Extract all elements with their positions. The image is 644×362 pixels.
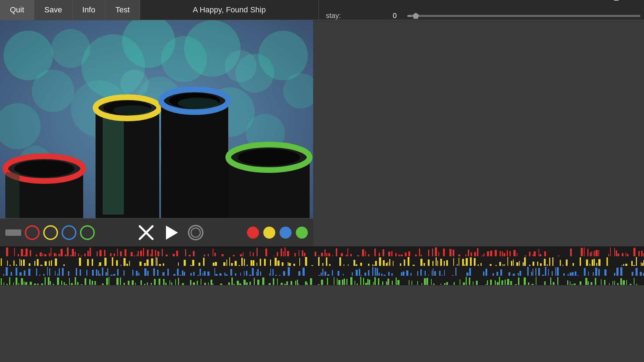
svg-point-45 — [238, 149, 300, 166]
indicator-blue[interactable] — [280, 227, 292, 239]
timeline-canvas-yellow — [0, 256, 644, 266]
test-button[interactable]: Test — [105, 0, 140, 20]
info-button[interactable]: Info — [73, 0, 106, 20]
timeline-canvas-red — [0, 246, 644, 256]
svg-point-40 — [178, 98, 219, 109]
right-empty-panel — [313, 20, 644, 246]
right-panel-header: time: 90.040771 stay: 0 — [318, 0, 644, 20]
stay-slider-track[interactable] — [407, 15, 640, 17]
top-bar: Quit Save Info Test A Happy, Found Ship … — [0, 0, 644, 20]
blue-tube — [161, 89, 228, 218]
track-select-red[interactable] — [25, 225, 40, 240]
record-button[interactable] — [187, 224, 205, 241]
stop-button[interactable] — [137, 224, 155, 241]
stay-value: 0 — [354, 12, 397, 20]
controls-bar — [0, 218, 313, 246]
track-select-yellow[interactable] — [43, 225, 58, 240]
song-title: A Happy, Found Ship — [140, 5, 318, 14]
svg-point-28 — [14, 160, 74, 177]
right-track-indicators — [247, 227, 308, 239]
stay-label: stay: — [326, 12, 354, 20]
stay-slider-thumb[interactable] — [412, 12, 420, 20]
transport-controls — [98, 224, 243, 241]
save-button[interactable]: Save — [34, 0, 72, 20]
stay-slider-fill — [407, 15, 412, 17]
svg-point-11 — [258, 31, 308, 80]
scroll-handle[interactable] — [5, 229, 21, 236]
indicator-yellow[interactable] — [263, 227, 275, 239]
indicator-red[interactable] — [247, 227, 259, 239]
svg-point-6 — [32, 70, 74, 112]
yellow-tube — [96, 97, 159, 218]
svg-marker-1 — [413, 13, 419, 19]
svg-marker-0 — [613, 0, 620, 1]
svg-rect-31 — [103, 116, 124, 215]
timeline-canvas-green — [0, 276, 644, 285]
time-value: 90.040771 — [354, 0, 397, 2]
timeline-row-blue — [0, 266, 644, 276]
green-tube — [228, 145, 310, 218]
svg-point-35 — [113, 105, 152, 115]
timeline-row-yellow — [0, 256, 644, 266]
indicator-green[interactable] — [296, 227, 308, 239]
svg-point-22 — [225, 50, 257, 82]
timeline-canvas-blue — [0, 266, 644, 276]
time-slider-thumb[interactable] — [613, 0, 620, 2]
timeline-row-red — [0, 246, 644, 256]
svg-point-21 — [120, 70, 149, 98]
svg-rect-36 — [161, 101, 228, 218]
svg-rect-29 — [5, 172, 19, 218]
track-select-blue[interactable] — [62, 225, 76, 240]
quit-button[interactable]: Quit — [0, 0, 34, 20]
red-tube — [5, 156, 83, 218]
track-select-green[interactable] — [80, 225, 95, 240]
time-label: time: — [326, 0, 354, 2]
timeline-row-green — [0, 276, 644, 286]
game-view — [0, 20, 313, 218]
svg-marker-48 — [166, 226, 178, 240]
timeline[interactable] — [0, 246, 644, 285]
svg-point-50 — [191, 228, 200, 237]
play-button[interactable] — [162, 224, 180, 241]
